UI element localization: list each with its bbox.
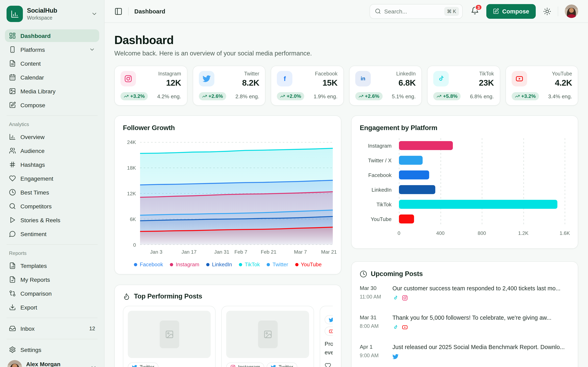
- trending-up-icon: [515, 94, 520, 99]
- sidebar-item-label: Engagement: [20, 175, 53, 182]
- sidebar-item-content[interactable]: Content: [5, 57, 99, 70]
- upcoming-post-row[interactable]: Mar 3011:00 AMOur customer success team …: [360, 285, 570, 301]
- sidebar-item-media-library[interactable]: Media Library: [5, 85, 99, 98]
- stat-card-youtube[interactable]: YouTube4.2K+3.2%3.4% eng.: [505, 66, 578, 106]
- notifications-button[interactable]: 3: [471, 6, 479, 16]
- sidebar-item-calendar[interactable]: Calendar: [5, 71, 99, 83]
- app-window: SocialHub Workspace DashboardPlatformsCo…: [0, 0, 588, 367]
- stat-platform-name: Twitter: [242, 71, 259, 77]
- heart-icon: [325, 363, 331, 367]
- linkedin-icon: in: [359, 75, 367, 83]
- image-placeholder-icon: [165, 330, 174, 339]
- legend-item-twitter: Twitter: [267, 261, 288, 267]
- sidebar-item-audience[interactable]: Audience: [5, 144, 99, 157]
- legend-label: Twitter: [273, 261, 288, 267]
- bar-category-label: YouTube: [360, 216, 396, 222]
- user-meta: Alex Morgan alex@socialhub.io: [26, 361, 86, 367]
- sidebar-item-label: Dashboard: [20, 33, 51, 39]
- sidebar-item-label: Competitors: [20, 203, 52, 209]
- bar-linkedin: [399, 185, 435, 194]
- divider: [7, 339, 98, 339]
- user-name: Alex Morgan: [26, 361, 86, 367]
- stat-card-linkedin[interactable]: inLinkedIn6.8K+2.6%5.1% eng.: [349, 66, 422, 106]
- platform-badge-instagram: Instagram: [226, 363, 264, 367]
- sidebar-item-hashtags[interactable]: Hashtags: [5, 158, 99, 171]
- sidebar-item-label: Calendar: [20, 74, 44, 81]
- platform-badge-youtube: YouTube: [325, 327, 333, 336]
- trend-value: +2.0%: [287, 93, 301, 99]
- stat-platform-name: Facebook: [315, 71, 337, 77]
- instagram-icon: [124, 75, 132, 83]
- user-menu[interactable]: Alex Morgan alex@socialhub.io: [5, 358, 99, 367]
- avatar[interactable]: [565, 4, 578, 18]
- main-content: Dashboard Welcome back. Here is an overv…: [104, 23, 588, 367]
- x-tick-label: 1.2K: [518, 230, 528, 236]
- bar-category-label: Instagram: [360, 142, 396, 149]
- bar-youtube: [399, 215, 414, 224]
- post-platform-badges: Twitter: [128, 363, 211, 367]
- sidebar-item-templates[interactable]: Templates: [5, 259, 99, 272]
- x-tick-label: 800: [477, 230, 486, 236]
- post-image-placeholder: [128, 311, 211, 358]
- sidebar-item-engagement[interactable]: Engagement: [5, 172, 99, 185]
- search-input[interactable]: [384, 8, 441, 15]
- trend-badge: +2.0%: [277, 92, 304, 100]
- sidebar-item-competitors[interactable]: Competitors: [5, 200, 99, 212]
- layout-dashboard-icon: [9, 32, 16, 39]
- image-placeholder-icon: [263, 330, 272, 339]
- twitter-icon: [392, 354, 398, 360]
- engagement-rate: 5.1% eng.: [392, 93, 416, 99]
- stat-card-twitter[interactable]: Twitter8.2K+2.6%2.8% eng.: [192, 66, 265, 106]
- svg-text:f: f: [284, 75, 286, 82]
- post-card[interactable]: Twitter: [123, 306, 216, 367]
- legend-item-linkedin: LinkedIn: [206, 261, 232, 267]
- post-card[interactable]: InstagramTwitter: [221, 306, 314, 367]
- stat-platform-name: LinkedIn: [396, 71, 416, 77]
- sidebar-toggle-icon[interactable]: [114, 7, 122, 15]
- sidebar-item-dashboard[interactable]: Dashboard: [5, 29, 99, 42]
- search-box[interactable]: ⌘ K: [370, 4, 463, 18]
- stat-card-instagram[interactable]: Instagram12K+3.2%4.2% eng.: [114, 66, 187, 106]
- twitter-icon: [271, 364, 276, 367]
- chart-legend: FacebookInstagramLinkedInTikTokTwitterYo…: [123, 261, 333, 267]
- stat-follower-value: 15K: [315, 78, 337, 88]
- image-icon: [9, 88, 16, 95]
- post-image-placeholder: [226, 311, 309, 358]
- theme-toggle-sun-icon[interactable]: [543, 7, 551, 15]
- upcoming-post-row[interactable]: Apr 19:00 AMJust released our 2025 Socia…: [360, 344, 570, 360]
- stat-card-tiktok[interactable]: TikTok23K+5.8%6.8% eng.: [427, 66, 500, 106]
- sidebar-item-my-reports[interactable]: My Reports: [5, 273, 99, 286]
- stat-card-facebook[interactable]: fFacebook15K+2.0%1.9% eng.: [271, 66, 344, 106]
- trend-value: +5.8%: [443, 93, 458, 99]
- engagement-by-platform-card: Engagement by Platform InstagramTwitter …: [351, 115, 578, 249]
- trend-value: +3.2%: [130, 93, 145, 99]
- sidebar-item-best-times[interactable]: Best Times: [5, 186, 99, 199]
- bar-track: [399, 215, 565, 224]
- upcoming-post-row[interactable]: Mar 318:00 AMThank you for 5,000 followe…: [360, 314, 570, 330]
- post-platform-badges: InstagramTwitter: [226, 363, 309, 367]
- trend-value: +3.2%: [521, 93, 536, 99]
- sidebar-item-compose[interactable]: Compose: [5, 99, 99, 111]
- chevron-down-icon: [91, 11, 98, 17]
- bar-category-label: Twitter / X: [360, 157, 396, 163]
- sidebar-item-stories-reels[interactable]: Stories & Reels: [5, 214, 99, 226]
- compose-button[interactable]: Compose: [486, 4, 536, 18]
- sidebar-item-overview[interactable]: Overview: [5, 131, 99, 143]
- workspace-switcher[interactable]: SocialHub Workspace: [5, 6, 99, 22]
- bar-facebook: [399, 170, 429, 179]
- sidebar-item-export[interactable]: Export: [5, 301, 99, 314]
- sidebar-item-inbox[interactable]: Inbox 12: [5, 322, 99, 335]
- sidebar-item-settings[interactable]: Settings: [5, 343, 99, 356]
- trend-badge: +3.2%: [121, 92, 148, 100]
- sidebar-item-comparison[interactable]: Comparison: [5, 287, 99, 300]
- tiktok-icon: [392, 295, 398, 301]
- sidebar-item-platforms[interactable]: Platforms: [5, 43, 99, 56]
- upcoming-post-time: 9:00 AM: [360, 353, 386, 359]
- post-card[interactable]: TwitterYouTubePro tip: Uevery lin1.9KDec…: [320, 306, 333, 367]
- chevron-down-icon: [90, 364, 97, 367]
- search-icon: [375, 8, 381, 14]
- upcoming-post-platforms: [392, 354, 570, 360]
- upcoming-post-date: Mar 31: [360, 314, 386, 320]
- file-text-icon: [9, 60, 16, 67]
- sidebar-item-sentiment[interactable]: Sentiment: [5, 227, 99, 240]
